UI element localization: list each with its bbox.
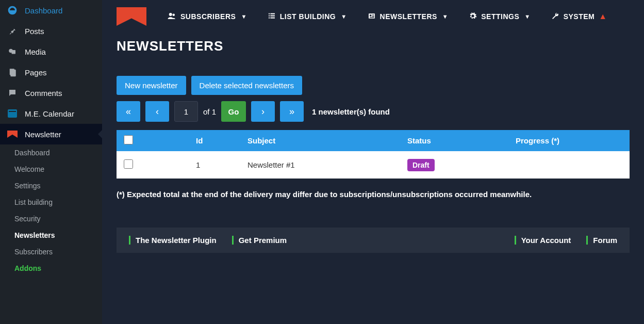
action-buttons: New newsletter Delete selected newslette… — [117, 76, 630, 95]
sidebar-label: Pages — [25, 68, 47, 77]
sub-item-list-building[interactable]: List building — [7, 194, 102, 210]
nav-label: SUBSCRIBERS — [180, 12, 236, 21]
sidebar-item-comments[interactable]: Comments — [0, 83, 102, 103]
pager-current-input[interactable] — [174, 101, 198, 122]
footnote: (*) Expected total at the end of the del… — [117, 190, 630, 199]
newsletters-table: Id Subject Status Progress (*) 1 Newslet… — [117, 130, 630, 179]
footer-premium-link[interactable]: Get Premium — [232, 236, 287, 245]
nav-settings[interactable]: SETTINGS ▼ — [469, 12, 530, 22]
sidebar-label: M.E. Calendar — [25, 109, 74, 118]
svg-rect-8 — [270, 13, 275, 14]
sidebar-item-media[interactable]: Media — [0, 41, 102, 62]
chevron-down-icon: ▼ — [241, 13, 246, 20]
svg-point-6 — [173, 13, 175, 16]
media-icon — [7, 46, 18, 57]
svg-point-5 — [169, 13, 172, 16]
footer-plugin-link[interactable]: The Newsletter Plugin — [129, 236, 217, 245]
calendar-icon — [7, 108, 18, 119]
th-status: Status — [400, 130, 508, 151]
nav-label: SYSTEM — [564, 12, 595, 21]
newspaper-icon — [368, 12, 376, 22]
svg-rect-12 — [270, 17, 275, 18]
chevron-down-icon: ▼ — [341, 13, 346, 20]
pin-icon — [7, 26, 18, 36]
chevron-down-icon: ▼ — [524, 13, 530, 20]
nav-label: NEWSLETTERS — [380, 12, 437, 21]
pager-first-button[interactable]: « — [117, 101, 140, 122]
sidebar-submenu: Dashboard Welcome Settings List building… — [0, 144, 102, 277]
wp-sidebar: Dashboard Posts Media Pages Comments — [0, 0, 102, 324]
pager-go-button[interactable]: Go — [221, 101, 246, 122]
nav-list-building[interactable]: LIST BUILDING ▼ — [268, 12, 347, 22]
th-id: Id — [189, 130, 240, 151]
th-progress: Progress (*) — [508, 130, 630, 151]
delete-selected-button[interactable]: Delete selected newsletters — [191, 76, 302, 95]
nav-newsletters[interactable]: NEWSLETTERS ▼ — [368, 12, 449, 22]
sidebar-label: Newsletter — [25, 130, 61, 139]
pages-icon — [7, 67, 18, 77]
sidebar-item-newsletter[interactable]: Newsletter — [0, 124, 102, 144]
comment-icon — [7, 88, 18, 98]
nav-label: LIST BUILDING — [280, 12, 336, 21]
sub-item-newsletters[interactable]: Newsletters — [7, 227, 102, 244]
row-checkbox[interactable] — [124, 159, 133, 169]
warning-icon: ▲ — [599, 12, 607, 21]
gear-icon — [469, 12, 477, 22]
svg-rect-10 — [270, 15, 275, 16]
pagination: « ‹ of 1 Go › » 1 newsletter(s) found — [117, 101, 630, 122]
svg-rect-14 — [370, 14, 371, 16]
svg-rect-7 — [269, 13, 270, 14]
sub-item-security[interactable]: Security — [7, 210, 102, 227]
sidebar-label: Dashboard — [25, 6, 62, 15]
dashboard-icon — [7, 5, 18, 15]
sub-item-addons[interactable]: Addons — [7, 260, 102, 277]
footer-account-link[interactable]: Your Account — [515, 236, 571, 245]
found-count: 1 newsletter(s) found — [312, 107, 390, 116]
pager-prev-button[interactable]: ‹ — [145, 101, 169, 122]
pager-last-button[interactable]: » — [280, 101, 304, 122]
svg-rect-9 — [269, 15, 270, 16]
newsletter-logo[interactable] — [117, 7, 146, 26]
sidebar-item-pages[interactable]: Pages — [0, 62, 102, 83]
row-progress — [508, 151, 630, 179]
select-all-checkbox[interactable] — [124, 135, 133, 144]
th-subject: Subject — [240, 130, 400, 151]
sub-item-settings[interactable]: Settings — [7, 177, 102, 194]
svg-rect-16 — [372, 16, 374, 17]
sub-item-welcome[interactable]: Welcome — [7, 161, 102, 177]
sidebar-item-posts[interactable]: Posts — [0, 21, 102, 41]
pager-of-text: of 1 — [203, 107, 216, 116]
svg-rect-11 — [269, 17, 270, 18]
svg-rect-17 — [370, 17, 374, 18]
nav-system[interactable]: SYSTEM ▲ — [551, 12, 607, 22]
pager-next-button[interactable]: › — [251, 101, 275, 122]
table-row: 1 Newsletter #1 Draft — [117, 151, 630, 179]
nav-label: SETTINGS — [481, 12, 519, 21]
sidebar-label: Posts — [25, 27, 44, 36]
users-icon — [167, 11, 176, 22]
list-icon — [268, 12, 276, 22]
wrench-icon — [551, 12, 559, 22]
page-title: NEWSLETTERS — [117, 38, 630, 54]
main-content: SUBSCRIBERS ▼ LIST BUILDING ▼ NEWSLETTER… — [102, 0, 644, 324]
sidebar-item-dashboard[interactable]: Dashboard — [0, 0, 102, 21]
sub-item-dashboard[interactable]: Dashboard — [7, 144, 102, 161]
sub-item-subscribers[interactable]: Subscribers — [7, 244, 102, 260]
nav-subscribers[interactable]: SUBSCRIBERS ▼ — [167, 11, 247, 22]
status-badge: Draft — [407, 159, 435, 171]
sidebar-label: Comments — [25, 89, 62, 98]
row-subject: Newsletter #1 — [240, 151, 400, 179]
page-content: NEWSLETTERS New newsletter Delete select… — [102, 33, 644, 279]
chevron-down-icon: ▼ — [442, 13, 448, 20]
plugin-footer: The Newsletter Plugin Get Premium Your A… — [117, 228, 630, 253]
sidebar-item-calendar[interactable]: M.E. Calendar — [0, 103, 102, 124]
row-id: 1 — [189, 151, 240, 179]
svg-rect-1 — [12, 50, 16, 54]
svg-rect-4 — [11, 70, 15, 76]
new-newsletter-button[interactable]: New newsletter — [117, 76, 186, 95]
svg-rect-15 — [372, 14, 374, 15]
footer-forum-link[interactable]: Forum — [586, 236, 617, 245]
top-nav: SUBSCRIBERS ▼ LIST BUILDING ▼ NEWSLETTER… — [102, 0, 644, 33]
sidebar-label: Media — [25, 47, 46, 56]
newsletter-icon — [7, 129, 18, 139]
